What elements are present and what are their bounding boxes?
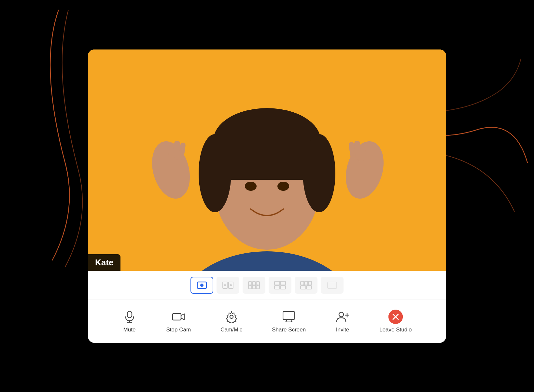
svg-rect-45 [127, 311, 132, 318]
svg-rect-38 [280, 286, 286, 289]
video-feed [88, 49, 446, 271]
add-person-icon [335, 310, 350, 324]
svg-rect-41 [308, 281, 312, 285]
svg-point-27 [224, 284, 226, 286]
video-area: Kate [88, 49, 446, 271]
layout-btn-grid2[interactable] [217, 277, 239, 294]
layout-btn-grid3[interactable] [243, 277, 265, 294]
svg-point-24 [200, 284, 204, 287]
svg-rect-44 [328, 282, 337, 288]
cam-mic-label: Cam/Mic [220, 327, 242, 333]
invite-label: Invite [336, 327, 349, 333]
svg-point-32 [249, 284, 251, 286]
layout-btn-blank[interactable] [321, 277, 344, 294]
svg-point-9 [277, 182, 289, 191]
mute-label: Mute [123, 327, 136, 333]
svg-rect-37 [274, 286, 280, 289]
invite-button[interactable]: Invite [329, 307, 356, 336]
svg-point-28 [230, 284, 232, 286]
monitor-icon [282, 310, 296, 324]
layout-btn-single[interactable] [190, 277, 213, 294]
stop-cam-label: Stop Cam [166, 327, 191, 333]
layout-btn-grid4[interactable] [269, 277, 291, 294]
svg-point-8 [245, 182, 257, 191]
camera-icon [171, 310, 186, 324]
svg-point-33 [253, 284, 255, 286]
share-screen-button[interactable]: Share Screen [265, 307, 312, 336]
svg-rect-39 [301, 281, 304, 285]
svg-point-34 [257, 284, 259, 286]
share-screen-label: Share Screen [272, 327, 306, 333]
svg-rect-40 [304, 281, 308, 285]
participant-name-label: Kate [88, 254, 120, 271]
stop-cam-button[interactable]: Stop Cam [160, 307, 198, 336]
svg-rect-7 [215, 141, 319, 180]
close-icon [388, 310, 403, 324]
app-window: Kate [88, 49, 446, 343]
svg-rect-35 [274, 281, 280, 285]
svg-point-49 [230, 315, 233, 318]
svg-rect-50 [283, 312, 295, 319]
svg-rect-36 [280, 281, 286, 285]
cam-mic-button[interactable]: Cam/Mic [214, 307, 249, 336]
svg-rect-43 [306, 286, 312, 289]
svg-rect-48 [173, 314, 181, 320]
microphone-icon [122, 310, 137, 324]
svg-rect-42 [301, 286, 306, 289]
mute-button[interactable]: Mute [116, 307, 143, 336]
layout-bar [88, 271, 446, 300]
layout-btn-grid5[interactable] [295, 277, 317, 294]
settings-icon [224, 310, 239, 324]
leave-studio-label: Leave Studio [379, 327, 412, 333]
svg-point-54 [339, 312, 344, 317]
controls-bar: Mute Stop Cam Cam/Mic [88, 300, 446, 343]
leave-studio-button[interactable]: Leave Studio [373, 307, 418, 336]
participant-name-text: Kate [95, 258, 113, 267]
